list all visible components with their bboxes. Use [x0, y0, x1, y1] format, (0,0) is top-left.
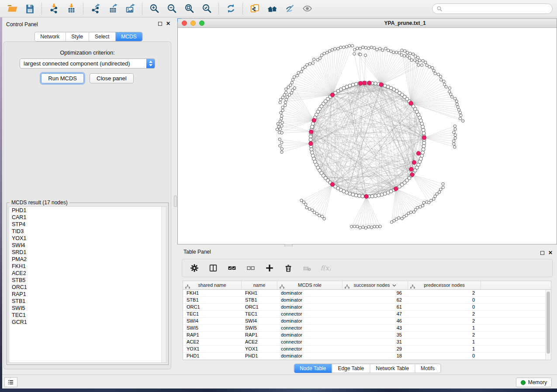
column-header-predecessor-nodes[interactable]: predecessor nodes — [408, 281, 481, 289]
memory-status-icon — [521, 380, 526, 385]
vertical-splitter-handle[interactable] — [174, 196, 177, 207]
cell: dominator — [277, 318, 343, 324]
tab-select[interactable]: Select — [89, 32, 115, 41]
mcds-result-item[interactable]: RAP1 — [9, 291, 166, 298]
float-panel-icon[interactable] — [158, 22, 162, 26]
mcds-result-item[interactable]: STB5 — [9, 277, 166, 284]
maximize-window-icon[interactable] — [199, 21, 204, 26]
table-row[interactable]: RAP1RAP1dominator352 — [183, 332, 551, 339]
mcds-result-item[interactable]: SWI4 — [9, 242, 166, 249]
show-eye-button[interactable] — [299, 2, 315, 16]
table-row[interactable]: ACE2ACE2connector311 — [183, 339, 551, 346]
export-network-button[interactable] — [87, 2, 103, 16]
cell: 2 — [408, 311, 481, 317]
close-table-panel-icon[interactable]: ✕ — [548, 251, 553, 255]
export-table-button[interactable] — [105, 2, 121, 16]
refresh-button[interactable] — [223, 2, 239, 16]
mcds-result-item[interactable]: TEC1 — [9, 312, 166, 319]
tab-mcds[interactable]: MCDS — [115, 32, 142, 41]
settings-button[interactable] — [189, 262, 200, 274]
control-panel-title: Control Panel — [6, 21, 38, 28]
zoom-fit-button[interactable] — [181, 2, 197, 16]
close-panel-button[interactable]: Close panel — [90, 73, 134, 83]
table-tab-network-table[interactable]: Network Table — [370, 364, 415, 373]
add-column-button[interactable] — [264, 262, 275, 274]
cell: 2 — [408, 290, 481, 296]
mcds-result-item[interactable]: ORC1 — [9, 284, 166, 291]
tab-network[interactable]: Network — [35, 32, 66, 41]
table-row[interactable]: FKH1FKH1dominator962 — [183, 290, 551, 297]
criterion-dropdown[interactable]: largest connected component (undirected) — [20, 58, 155, 69]
mcds-result-item[interactable]: YOX1 — [9, 235, 166, 242]
mcds-result-item[interactable]: STB1 — [9, 298, 166, 305]
split-panel-icon — [208, 263, 218, 273]
mcds-result-item[interactable]: CAR1 — [9, 214, 166, 221]
mcds-result-item[interactable]: PHD1 — [9, 207, 166, 214]
table-tab-edge-table[interactable]: Edge Table — [332, 364, 370, 373]
cell: ACE2 — [183, 339, 242, 345]
cell: TEC1 — [183, 311, 242, 317]
table-row[interactable]: ORC1ORC1dominator610 — [183, 304, 551, 311]
mcds-result-item[interactable]: TID3 — [9, 228, 166, 235]
column-header-name[interactable]: name — [242, 281, 277, 289]
mcds-result-item[interactable]: PMA2 — [9, 256, 166, 263]
close-window-icon[interactable] — [182, 21, 187, 26]
table-row[interactable]: TEC1TEC1connector472 — [183, 311, 551, 318]
close-panel-icon[interactable]: ✕ — [166, 21, 170, 26]
column-header-successor-nodes[interactable]: successor nodes — [343, 281, 408, 289]
cell: dominator — [277, 332, 343, 338]
show-panels-button[interactable] — [4, 377, 17, 387]
split-panel-button[interactable] — [208, 262, 219, 274]
mcds-list-scrollbar[interactable] — [161, 207, 166, 362]
mcds-result-item[interactable]: STP4 — [9, 221, 166, 228]
table-row[interactable]: SWI4SWI4dominator462 — [183, 318, 551, 325]
import-network-button[interactable] — [46, 2, 62, 16]
hide-button[interactable] — [282, 2, 298, 16]
zoom-out-button[interactable] — [164, 2, 180, 16]
mcds-result-item[interactable]: ACE2 — [9, 270, 166, 277]
table-row[interactable]: SWI5SWI5connector431 — [183, 325, 551, 332]
export-image-button[interactable] — [122, 2, 138, 16]
save-session-icon — [24, 3, 35, 14]
minimize-window-icon[interactable] — [190, 21, 196, 26]
zoom-selected-button[interactable] — [199, 2, 214, 16]
cell: 29 — [343, 346, 408, 352]
network-canvas[interactable] — [178, 28, 557, 244]
copy-network-button[interactable] — [247, 2, 263, 16]
tab-style[interactable]: Style — [66, 32, 89, 41]
table-row[interactable]: PHD1PHD1dominator180 — [183, 353, 551, 360]
table-tab-motifs[interactable]: Motifs — [415, 364, 440, 373]
app-window: Control Panel ✕ NetworkStyleSelectMCDS O… — [0, 0, 557, 392]
table-row[interactable]: YOX1YOX1connector291 — [183, 346, 551, 353]
run-mcds-button[interactable]: Run MCDS — [41, 73, 84, 83]
table-scrollbar-thumb[interactable] — [547, 292, 550, 354]
select-all-button[interactable] — [226, 262, 238, 274]
delete-column-button[interactable] — [283, 262, 294, 274]
deselect-all-button[interactable] — [245, 262, 256, 274]
zoom-in-button[interactable] — [146, 2, 162, 16]
search-input[interactable] — [445, 6, 548, 12]
save-session-button[interactable] — [22, 2, 38, 16]
column-header-shared-name[interactable]: shared name — [183, 281, 242, 289]
houses-button[interactable] — [264, 2, 280, 16]
table-tab-node-table[interactable]: Node Table — [294, 364, 332, 373]
cell: 2 — [408, 332, 481, 338]
network-titlebar[interactable]: YPA_prune.txt_1 — [178, 19, 557, 28]
cell: connector — [277, 346, 343, 352]
mcds-result-item[interactable]: FKH1 — [9, 263, 166, 270]
mcds-result-list[interactable]: PHD1CAR1STP4TID3YOX1SWI4SRD1PMA2FKH1ACE2… — [9, 206, 166, 363]
column-header-MCDS-role[interactable]: MCDS role — [277, 281, 343, 289]
mcds-result-item[interactable]: GCR1 — [9, 319, 166, 326]
table-row[interactable]: STB1STB1dominator620 — [183, 297, 551, 304]
open-network-button[interactable] — [4, 2, 20, 16]
mcds-result-item[interactable]: SWI5 — [9, 305, 166, 312]
mcds-result-item[interactable]: SRD1 — [9, 249, 166, 256]
node-table: shared namenameMCDS rolesuccessor nodesp… — [183, 281, 551, 360]
float-table-panel-icon[interactable] — [540, 251, 544, 255]
search-box[interactable] — [432, 3, 553, 14]
column-type-icon — [410, 283, 415, 292]
export-network-icon — [90, 3, 101, 14]
import-table-button[interactable] — [63, 2, 79, 16]
memory-button[interactable]: Memory — [516, 378, 552, 387]
table-scrollbar[interactable] — [545, 290, 551, 360]
